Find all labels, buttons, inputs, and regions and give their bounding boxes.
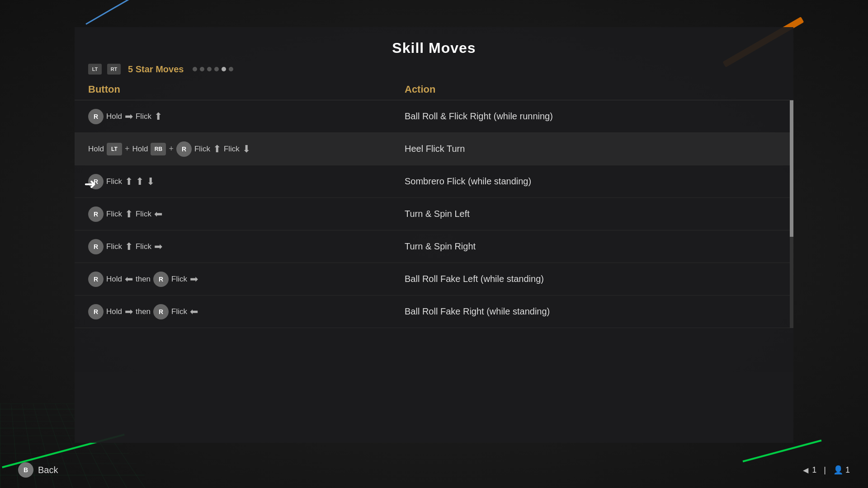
- flick-text-7: Flick: [171, 307, 187, 316]
- button-col-2: Hold LT + Hold RB + R Flick ⬆ Flick ⬇: [88, 141, 405, 157]
- arrow-up-icon-2: ⬆: [213, 143, 221, 155]
- arrow-up-icon-3b: ⬆: [136, 176, 144, 188]
- player-icon: 👤: [833, 465, 843, 474]
- dot-5-active: [222, 67, 226, 71]
- action-col-1: Ball Roll & Flick Right (while running): [405, 111, 780, 122]
- moves-list: R Hold ➡ Flick ⬆ Ball Roll & Flick Right…: [75, 100, 793, 328]
- action-col-5: Turn & Spin Right: [405, 241, 780, 252]
- action-column-header: Action: [405, 84, 780, 95]
- scrollbar[interactable]: [790, 100, 793, 328]
- r-button-2: R: [176, 141, 192, 157]
- player-count: 1: [845, 465, 850, 474]
- rt-badge[interactable]: RT: [107, 64, 121, 75]
- arrow-right-icon-5: ➡: [154, 241, 162, 253]
- flick-text-3: Flick: [106, 177, 122, 186]
- lt-badge[interactable]: LT: [88, 64, 102, 75]
- b-button-icon: B: [18, 462, 33, 478]
- hold-text-7: Hold: [106, 307, 122, 316]
- flick-text-6: Flick: [171, 275, 187, 284]
- page-dots: [193, 67, 233, 71]
- dot-1: [193, 67, 197, 71]
- plus-2b: +: [169, 144, 174, 154]
- dot-6: [229, 67, 233, 71]
- r-button-1: R: [88, 109, 104, 124]
- arrow-down-icon-2: ⬇: [242, 143, 250, 155]
- button-col-5: R Flick ⬆ Flick ➡: [88, 239, 405, 254]
- move-row-1[interactable]: R Hold ➡ Flick ⬆ Ball Roll & Flick Right…: [75, 100, 793, 133]
- category-bar: LT RT 5 Star Moves: [75, 64, 793, 84]
- page-number: 1: [812, 465, 816, 475]
- rb-button-2: RB: [151, 143, 166, 155]
- page-info: ◀ 1 | 👤 1: [803, 465, 850, 475]
- player-info: 👤 1: [833, 465, 850, 475]
- separator: |: [824, 465, 826, 475]
- arrow-down-icon-3: ⬇: [146, 176, 155, 188]
- button-col-6: R Hold ⬅ then R Flick ➡: [88, 272, 405, 287]
- move-row-2[interactable]: Hold LT + Hold RB + R Flick ⬆ Flick ⬇ He…: [75, 133, 793, 165]
- action-col-2: Heel Flick Turn: [405, 144, 780, 154]
- column-headers: Button Action: [75, 84, 793, 100]
- hold-text-2b: Hold: [132, 145, 148, 154]
- move-row-4[interactable]: R Flick ⬆ Flick ⬅ Turn & Spin Left: [75, 198, 793, 230]
- page-nav-left-icon[interactable]: ◀: [803, 466, 808, 474]
- flick-text-4b: Flick: [136, 210, 151, 219]
- action-col-4: Turn & Spin Left: [405, 209, 780, 219]
- r-button-4: R: [88, 206, 104, 222]
- hold-text-1: Hold: [106, 112, 122, 121]
- arrow-right-icon-6: ➡: [190, 273, 198, 285]
- bottom-bar: B Back ◀ 1 | 👤 1: [0, 452, 868, 488]
- arrow-up-icon-4: ⬆: [125, 208, 133, 220]
- then-text-7: then: [136, 307, 151, 316]
- page-nav: ◀ 1: [803, 465, 816, 475]
- hold-text-2a: Hold: [88, 145, 104, 154]
- button-col-1: R Hold ➡ Flick ⬆: [88, 109, 405, 124]
- r-button-5: R: [88, 239, 104, 254]
- arrow-up-icon-1: ⬆: [154, 111, 162, 122]
- flick-text-2b: Flick: [224, 145, 240, 154]
- button-col-7: R Hold ➡ then R Flick ⬅: [88, 304, 405, 319]
- flick-text-5a: Flick: [106, 242, 122, 251]
- arrow-up-icon-3a: ⬆: [125, 176, 133, 188]
- back-label: Back: [38, 465, 58, 475]
- dot-2: [200, 67, 204, 71]
- move-row-3[interactable]: R Flick ⬆ ⬆ ⬇ Sombrero Flick (while stan…: [75, 165, 793, 198]
- action-col-3: Sombrero Flick (while standing): [405, 176, 780, 187]
- action-col-7: Ball Roll Fake Right (while standing): [405, 306, 780, 317]
- selection-arrow: ➜: [84, 175, 96, 192]
- dot-4: [214, 67, 219, 71]
- button-column-header: Button: [88, 84, 405, 95]
- flick-text-1: Flick: [136, 112, 151, 121]
- r-button-7a: R: [88, 304, 104, 319]
- scrollbar-thumb: [790, 100, 793, 237]
- r-button-7b: R: [153, 304, 169, 319]
- back-button[interactable]: B Back: [18, 462, 58, 478]
- plus-2a: +: [125, 144, 130, 154]
- arrow-right-icon-1: ➡: [125, 111, 133, 122]
- move-row-5[interactable]: R Flick ⬆ Flick ➡ Turn & Spin Right: [75, 230, 793, 263]
- arrow-right-icon-7: ➡: [125, 306, 133, 318]
- flick-text-4a: Flick: [106, 210, 122, 219]
- arrow-left-icon-7: ⬅: [190, 306, 198, 318]
- move-row-6[interactable]: R Hold ⬅ then R Flick ➡ Ball Roll Fake L…: [75, 263, 793, 296]
- move-row-7[interactable]: R Hold ➡ then R Flick ⬅ Ball Roll Fake R…: [75, 296, 793, 328]
- then-text-6: then: [136, 275, 151, 284]
- page-title: Skill Moves: [75, 27, 793, 64]
- category-label: 5 Star Moves: [128, 64, 184, 75]
- button-col-3: R Flick ⬆ ⬆ ⬇: [88, 174, 405, 189]
- flick-text-2a: Flick: [194, 145, 210, 154]
- dot-3: [207, 67, 212, 71]
- arrow-up-icon-5: ⬆: [125, 241, 133, 253]
- action-col-6: Ball Roll Fake Left (while standing): [405, 274, 780, 284]
- hold-text-6: Hold: [106, 275, 122, 284]
- main-panel: Skill Moves LT RT 5 Star Moves Button Ac…: [75, 27, 793, 443]
- lt-button-2: LT: [107, 143, 122, 155]
- r-button-6b: R: [153, 272, 169, 287]
- arrow-left-icon-6: ⬅: [125, 273, 133, 285]
- flick-text-5b: Flick: [136, 242, 151, 251]
- button-col-4: R Flick ⬆ Flick ⬅: [88, 206, 405, 222]
- arrow-left-icon-4: ⬅: [154, 208, 162, 220]
- r-button-6a: R: [88, 272, 104, 287]
